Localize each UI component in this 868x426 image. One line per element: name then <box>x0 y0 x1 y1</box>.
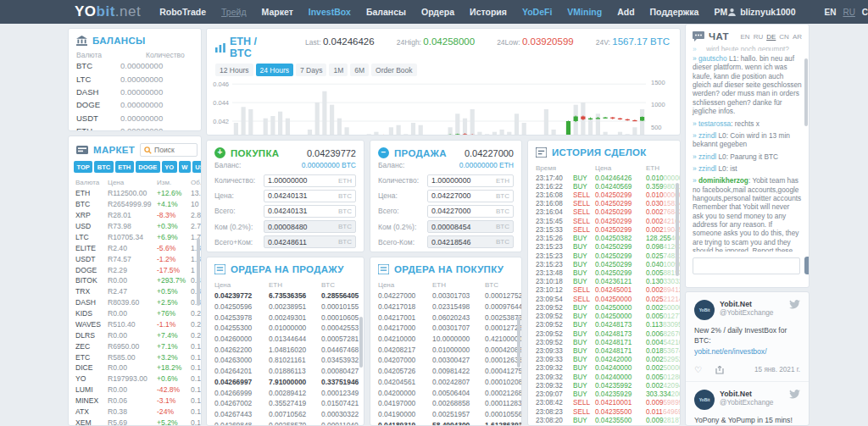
order-row[interactable]: 0.042057260.009814220.00041275 <box>370 366 521 377</box>
order-row[interactable]: 0.042642010.018861130.00080427 <box>207 366 364 377</box>
chat-username[interactable]: testarossa <box>698 119 731 128</box>
market-row[interactable]: DASHR8039.60+2.5%0.3 <box>69 297 201 308</box>
chat-username[interactable]: dominikherzog <box>698 176 748 185</box>
chat-lang-en[interactable]: EN <box>741 33 750 41</box>
nav-item[interactable]: Поддержка <box>650 7 699 17</box>
order-row[interactable]: 0.042397726.735363560.28556405 <box>207 290 364 302</box>
chat-lang-de[interactable]: DE <box>766 33 776 41</box>
order-row[interactable]: 0.042698480.002585700.00011040 <box>207 419 364 426</box>
market-row[interactable]: WAVESR510.40-1.1%0.2 <box>69 319 201 330</box>
nav-item[interactable]: Трейд <box>221 7 247 17</box>
market-row[interactable]: USDTR74.57-1.2%1.3 <box>69 253 201 264</box>
order-row[interactable]: 0.042170180.023154980.00097644 <box>370 302 521 313</box>
market-tab-usd[interactable]: USD <box>192 161 202 173</box>
yobit-logo[interactable]: YObit.net <box>75 3 141 20</box>
market-row[interactable]: XRPR28.01-8.3%2.8 <box>69 210 201 221</box>
order-row[interactable]: 0.042553000.010000000.00042553 <box>207 323 364 334</box>
nav-item[interactable]: Add <box>617 7 634 17</box>
sell-input-4[interactable] <box>431 238 496 246</box>
order-row[interactable]: 0.042670020.355274190.01507421 <box>207 398 364 409</box>
buy-input-1[interactable] <box>268 191 338 200</box>
market-tab-yo[interactable]: YO <box>162 161 177 173</box>
market-row[interactable]: XEMR5.69+5.2%0.1 <box>69 417 201 426</box>
twitter-icon[interactable] <box>789 390 800 399</box>
chat-username[interactable]: gautscho <box>698 54 727 63</box>
sell-input-0[interactable] <box>431 176 496 185</box>
market-scrollbar[interactable] <box>197 238 200 306</box>
sell-input-3[interactable] <box>431 223 496 231</box>
order-row[interactable]: 0.042539780.002493010.00010605 <box>207 312 364 323</box>
market-tab-doge[interactable]: DOGE <box>136 161 160 173</box>
order-row[interactable]: 0.042082170.010000000.00042082 <box>370 344 521 355</box>
tweet-handle[interactable]: @YobitExchange <box>720 308 784 317</box>
timeframe-tab[interactable]: 12 Hours <box>215 64 253 76</box>
nav-item[interactable]: RoboTrade <box>159 7 206 17</box>
chat-username[interactable]: zzindl <box>698 131 716 140</box>
nav-item[interactable]: InvestBox <box>309 7 351 17</box>
user-menu[interactable]: bliznyuk1000 <box>727 7 795 17</box>
market-search[interactable] <box>140 143 198 157</box>
market-row[interactable]: DLRSR0.00+7.4%0.2 <box>69 329 201 340</box>
buy-input-3[interactable] <box>268 223 338 231</box>
market-row[interactable]: LTCR10705.34+6.9%1.7 <box>69 232 201 243</box>
chat-username[interactable]: zzindl <box>698 152 716 161</box>
market-row[interactable]: ATXR0.38-24%0.1 <box>69 407 201 418</box>
tweet-author[interactable]: Yobit.Net <box>720 390 784 398</box>
market-row[interactable]: USDR73.98+0.3%2.7 <box>69 221 201 232</box>
tweet-link[interactable]: yobit.net/en/investbox/ <box>694 347 767 356</box>
market-row[interactable]: DOGER2.29-17.5%1 <box>69 264 201 275</box>
lang-switch-cn[interactable]: CN <box>862 8 868 17</box>
chat-lang-ar[interactable]: AR <box>793 33 802 41</box>
buy-input-4[interactable] <box>268 238 338 246</box>
avatar[interactable]: YoBit <box>694 390 715 410</box>
nav-item[interactable]: PM <box>714 7 727 17</box>
market-row[interactable]: LUMIR0.00-42.8%0.1 <box>69 385 201 396</box>
chat-send-button[interactable]: Отправить <box>804 257 810 274</box>
tweet-author[interactable]: Yobit.Net <box>720 300 784 308</box>
timeframe-tab[interactable]: 24 Hours <box>256 64 294 76</box>
chat-lang-ru[interactable]: RU <box>754 33 764 41</box>
avatar[interactable]: YoBit <box>694 300 715 320</box>
market-row[interactable]: KIDSR0.00+76%0.2 <box>69 308 201 319</box>
order-row[interactable]: 0.042170010.060202430.00253873 <box>370 312 521 323</box>
share-icon[interactable] <box>715 366 724 374</box>
order-row[interactable]: 0.042600000.013446440.00057281 <box>207 334 364 345</box>
market-row[interactable]: MINEXR0.06-3.1%0.1 <box>69 396 201 407</box>
order-row[interactable]: 0.042622001.048160200.04467468 <box>207 344 364 355</box>
market-tab-w[interactable]: W <box>179 161 191 173</box>
market-tab-eth[interactable]: ETH <box>115 161 134 173</box>
market-row[interactable]: YOR197993.00+0.6%0.1 <box>69 373 201 385</box>
lang-switch-ru[interactable]: RU <box>843 8 854 17</box>
order-row[interactable]: 0.042669990.002894120.00012349 <box>207 387 364 398</box>
candlestick-chart[interactable]: 0.0460.0440.0420.0415001000500021:0000:0… <box>207 76 680 136</box>
market-row[interactable]: ETHR112500.00+12.6%13.5 <box>69 188 201 199</box>
order-row[interactable]: 0.0421000010.00000000.42100000 <box>370 334 521 345</box>
order-row[interactable]: 0.042630000.810211610.03453932 <box>207 355 364 366</box>
order-row[interactable]: 0.042045610.002428070.00010208 <box>370 377 521 388</box>
order-row[interactable]: 0.042669977.910000000.33751946 <box>207 377 364 388</box>
order-row[interactable]: 0.042070000.003004270.00012638 <box>370 355 521 366</box>
nav-item[interactable]: Балансы <box>366 7 406 17</box>
order-row[interactable]: 0.041970000.002688580.00011283 <box>370 398 521 409</box>
nav-item[interactable]: История <box>470 7 507 17</box>
sell-input-1[interactable] <box>431 191 496 200</box>
order-row[interactable]: 0.0418931958.49943001.61286393 <box>370 419 521 426</box>
order-row[interactable]: 0.041900000.002519570.00010556 <box>370 409 521 420</box>
chat-input[interactable] <box>693 257 800 274</box>
market-search-input[interactable] <box>154 146 193 154</box>
nav-item[interactable]: Маркет <box>262 7 293 17</box>
chat-username[interactable]: zzindl <box>698 164 716 173</box>
nav-item[interactable]: YoDeFi <box>522 7 552 17</box>
sell-orders-scrollbar[interactable] <box>359 317 363 368</box>
market-row[interactable]: DICER0.00+18.2%0.1 <box>69 362 201 373</box>
order-row[interactable]: 0.042674430.007105620.00030322 <box>207 409 364 420</box>
market-row[interactable]: ELITER2.40-5.6%1.3 <box>69 242 201 253</box>
market-row[interactable]: TRXR2.47+0.5%0.3 <box>69 286 201 297</box>
nav-item[interactable]: Ордера <box>421 7 454 17</box>
market-row[interactable]: ZECR6950.00+7.1%0.1 <box>69 340 201 351</box>
sell-input-2[interactable] <box>431 207 496 215</box>
order-row[interactable]: 0.042270000.003017030.00012752 <box>370 290 521 302</box>
market-tab-top[interactable]: TOP <box>74 161 92 173</box>
chat-lang-cn[interactable]: CN <box>779 33 789 41</box>
timeframe-tab[interactable]: Order Book <box>371 64 416 76</box>
